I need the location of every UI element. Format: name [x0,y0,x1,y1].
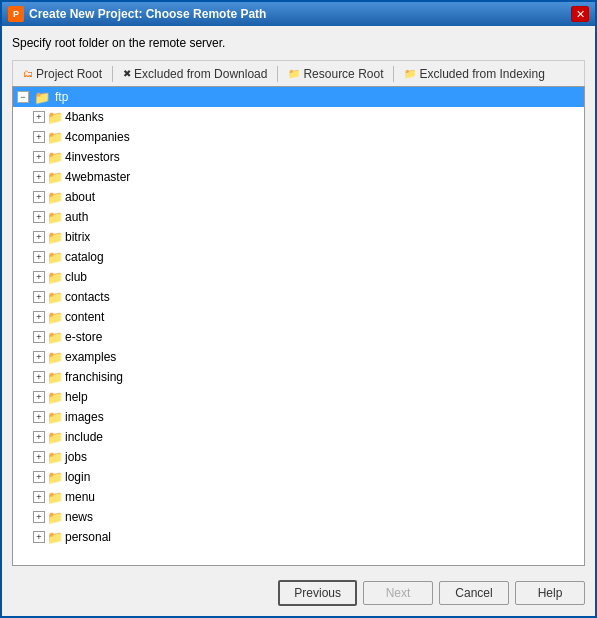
toolbar-excluded-download[interactable]: ✖ Excluded from Download [117,65,273,83]
excluded-download-icon: ✖ [123,68,131,79]
expand-btn[interactable]: + [33,351,45,363]
expand-btn[interactable]: + [33,211,45,223]
item-label: help [65,390,88,404]
tree-item[interactable]: + 📁 4companies [13,127,584,147]
separator1 [112,66,113,82]
expand-btn[interactable]: + [33,371,45,383]
cancel-button[interactable]: Cancel [439,581,509,605]
item-label: catalog [65,250,104,264]
project-root-icon: 🗂 [23,68,33,79]
folder-icon: 📁 [47,330,63,345]
folder-icon: 📁 [47,130,63,145]
item-label: about [65,190,95,204]
expand-btn[interactable]: + [33,471,45,483]
expand-btn[interactable]: + [33,111,45,123]
tree-item[interactable]: + 📁 e-store [13,327,584,347]
toolbar-resource-root[interactable]: 📁 Resource Root [282,65,389,83]
expand-btn[interactable]: + [33,491,45,503]
item-label: 4companies [65,130,130,144]
item-label: e-store [65,330,102,344]
item-label: images [65,410,104,424]
tree-item[interactable]: + 📁 images [13,407,584,427]
expand-btn[interactable]: + [33,451,45,463]
expand-btn[interactable]: + [33,391,45,403]
resource-root-icon: 📁 [288,68,300,79]
excluded-indexing-icon: 📁 [404,68,416,79]
folder-icon: 📁 [47,110,63,125]
tree-item[interactable]: + 📁 news [13,507,584,527]
tree-item[interactable]: + 📁 examples [13,347,584,367]
expand-btn[interactable]: + [33,271,45,283]
folder-icon: 📁 [47,470,63,485]
item-label: login [65,470,90,484]
tree-item[interactable]: + 📁 auth [13,207,584,227]
separator2 [277,66,278,82]
tree-item[interactable]: + 📁 content [13,307,584,327]
root-folder-icon: 📁 [34,90,50,105]
expand-btn[interactable]: + [33,151,45,163]
tree-item[interactable]: + 📁 menu [13,487,584,507]
tree-item[interactable]: + 📁 4investors [13,147,584,167]
tree-item[interactable]: + 📁 help [13,387,584,407]
folder-icon: 📁 [47,370,63,385]
folder-icon: 📁 [47,350,63,365]
help-button[interactable]: Help [515,581,585,605]
expand-btn[interactable]: + [33,511,45,523]
tree-item[interactable]: + 📁 include [13,427,584,447]
folder-icon: 📁 [47,290,63,305]
folder-icon: 📁 [47,170,63,185]
toolbar-excluded-indexing[interactable]: 📁 Excluded from Indexing [398,65,550,83]
tree-item[interactable]: + 📁 personal [13,527,584,547]
expand-btn[interactable]: + [33,191,45,203]
tree-item[interactable]: + 📁 bitrix [13,227,584,247]
tree-item[interactable]: + 📁 login [13,467,584,487]
next-button[interactable]: Next [363,581,433,605]
tree-item[interactable]: + 📁 4banks [13,107,584,127]
toolbar: 🗂 Project Root ✖ Excluded from Download … [12,60,585,86]
item-label: 4banks [65,110,104,124]
item-label: bitrix [65,230,90,244]
tree-item[interactable]: + 📁 about [13,187,584,207]
tree-item[interactable]: + 📁 jobs [13,447,584,467]
expand-btn[interactable]: + [33,411,45,423]
item-label: 4investors [65,150,120,164]
expand-btn[interactable]: + [33,291,45,303]
tree-item[interactable]: + 📁 catalog [13,247,584,267]
folder-icon: 📁 [47,250,63,265]
expand-btn[interactable]: + [33,311,45,323]
folder-icon: 📁 [47,490,63,505]
item-label: franchising [65,370,123,384]
tree-item[interactable]: + 📁 franchising [13,367,584,387]
tree-item[interactable]: + 📁 4webmaster [13,167,584,187]
folder-icon: 📁 [47,210,63,225]
app-icon: P [8,6,24,22]
item-label: 4webmaster [65,170,130,184]
toolbar-project-root[interactable]: 🗂 Project Root [17,65,108,83]
expand-btn[interactable]: + [33,331,45,343]
tree-panel[interactable]: − 📁 ftp + 📁 4banks + 📁 4companies + 📁 4i… [12,86,585,566]
collapse-root-btn[interactable]: − [17,91,29,103]
item-label: news [65,510,93,524]
folder-icon: 📁 [47,510,63,525]
tree-item[interactable]: + 📁 contacts [13,287,584,307]
expand-btn[interactable]: + [33,431,45,443]
root-label: ftp [55,90,68,104]
item-label: club [65,270,87,284]
title-bar: P Create New Project: Choose Remote Path… [2,2,595,26]
folder-icon: 📁 [47,450,63,465]
close-button[interactable]: ✕ [571,6,589,22]
expand-btn[interactable]: + [33,231,45,243]
expand-btn[interactable]: + [33,171,45,183]
tree-item[interactable]: + 📁 club [13,267,584,287]
item-label: jobs [65,450,87,464]
expand-btn[interactable]: + [33,131,45,143]
window-body: Specify root folder on the remote server… [2,26,595,616]
description-text: Specify root folder on the remote server… [12,36,585,50]
item-label: content [65,310,104,324]
tree-root-row[interactable]: − 📁 ftp [13,87,584,107]
dialog-title: Create New Project: Choose Remote Path [29,7,266,21]
expand-btn[interactable]: + [33,251,45,263]
previous-button[interactable]: Previous [278,580,357,606]
expand-btn[interactable]: + [33,531,45,543]
tree-items: + 📁 4banks + 📁 4companies + 📁 4investors… [13,107,584,547]
